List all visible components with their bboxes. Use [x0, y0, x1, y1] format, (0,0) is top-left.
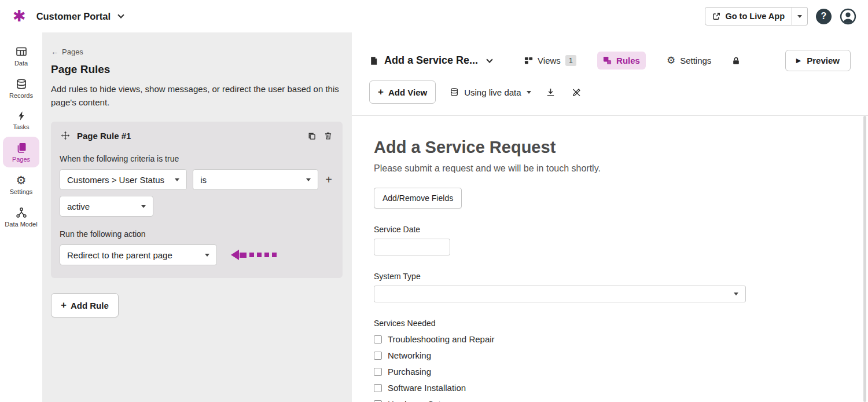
- action-label: Run the following action: [60, 229, 333, 239]
- caret-down-icon: [205, 254, 209, 257]
- back-to-pages-link[interactable]: ← Pages: [51, 47, 343, 56]
- form-view: Add a Service Request Please submit a re…: [352, 116, 868, 402]
- sidebar-item-records[interactable]: Records: [3, 73, 39, 104]
- tab-views[interactable]: Views 1: [518, 51, 582, 70]
- question-icon: ?: [821, 11, 827, 21]
- form-subheading: Please submit a request and we will be i…: [374, 163, 868, 174]
- checkbox-label: Troubleshooting and Repair: [388, 334, 495, 344]
- service-date-input[interactable]: [374, 239, 450, 255]
- plus-icon: +: [61, 299, 67, 311]
- live-data-dropdown[interactable]: Using live data: [450, 87, 531, 97]
- tab-rules[interactable]: Rules: [597, 52, 646, 70]
- criteria-label: When the following criteria is true: [60, 154, 333, 163]
- app-title[interactable]: Customer Portal: [36, 11, 111, 22]
- criteria-value-select[interactable]: active: [60, 196, 153, 217]
- checkbox-hardware-setup[interactable]: [374, 400, 382, 402]
- checkbox-label: Purchasing: [388, 367, 431, 377]
- criteria-field-select[interactable]: Customers > User Status: [60, 169, 187, 190]
- sidebar-item-label: Records: [9, 92, 33, 99]
- tab-settings[interactable]: ⚙ Settings: [661, 52, 717, 70]
- go-to-live-app-button[interactable]: Go to Live App: [705, 7, 792, 25]
- topbar: ✱ Customer Portal Go to Live App ?: [0, 0, 868, 32]
- add-rule-label: Add Rule: [71, 301, 109, 310]
- add-criteria-button[interactable]: +: [324, 174, 333, 185]
- caret-down-icon: [306, 178, 311, 181]
- play-icon: ▶: [796, 57, 801, 64]
- file-icon: [369, 56, 378, 66]
- sidebar-item-tasks[interactable]: Tasks: [3, 105, 39, 135]
- sidebar-item-label: Data Model: [5, 221, 37, 228]
- add-remove-fields-label: Add/Remove Fields: [382, 193, 453, 203]
- checkbox-row: Purchasing: [374, 367, 868, 377]
- checkbox-software-installation[interactable]: [374, 384, 382, 392]
- preview-button[interactable]: ▶ Preview: [785, 50, 851, 71]
- sidebar-item-settings[interactable]: ⚙ Settings: [3, 169, 39, 200]
- sidebar-item-data[interactable]: Data: [3, 41, 39, 71]
- rules-icon: [603, 56, 612, 65]
- add-remove-fields-button[interactable]: Add/Remove Fields: [374, 188, 462, 209]
- lightning-icon: [16, 111, 27, 121]
- gear-icon: ⚙: [667, 56, 675, 65]
- services-needed-label: Services Needed: [374, 319, 868, 328]
- views-count-badge: 1: [565, 55, 576, 66]
- back-link-label: Pages: [62, 47, 83, 56]
- checkbox-row: Networking: [374, 350, 868, 360]
- tab-settings-label: Settings: [680, 56, 711, 65]
- user-avatar[interactable]: [840, 8, 856, 25]
- help-button[interactable]: ?: [816, 9, 832, 24]
- data-model-icon: [16, 207, 27, 218]
- go-live-dropdown-button[interactable]: [792, 7, 808, 25]
- app-title-chevron-down-icon[interactable]: [117, 12, 124, 18]
- pen-strike-icon[interactable]: [570, 86, 583, 99]
- go-to-live-app-label: Go to Live App: [725, 12, 785, 21]
- table-icon: [16, 46, 27, 57]
- sidebar-item-pages[interactable]: Pages: [3, 137, 39, 167]
- add-rule-button[interactable]: + Add Rule: [51, 293, 119, 317]
- sidebar-item-label: Settings: [10, 188, 33, 195]
- preview-label: Preview: [807, 56, 840, 65]
- sidebar-item-label: Pages: [12, 156, 30, 163]
- database-icon: [16, 78, 27, 90]
- page-header: Add a Service Re... Views 1 Ru: [352, 32, 868, 71]
- caret-down-icon: [797, 15, 802, 18]
- tab-views-label: Views: [538, 56, 561, 65]
- page-toolbar: + Add View Using live data: [352, 71, 868, 116]
- action-select[interactable]: Redirect to the parent page: [60, 244, 217, 265]
- sidebar-item-label: Data: [14, 60, 28, 67]
- checkbox-troubleshooting[interactable]: [374, 335, 382, 343]
- service-date-label: Service Date: [374, 225, 868, 234]
- annotation-arrow: [231, 250, 277, 260]
- criteria-field-value: Customers > User Status: [67, 175, 164, 185]
- form-heading: Add a Service Request: [374, 138, 868, 157]
- add-view-label: Add View: [388, 87, 427, 97]
- drag-move-icon[interactable]: [60, 130, 71, 141]
- views-icon: [524, 56, 533, 65]
- sidebar-item-data-model[interactable]: Data Model: [3, 202, 39, 232]
- checkbox-networking[interactable]: [374, 352, 382, 360]
- import-icon[interactable]: [544, 86, 557, 99]
- checkbox-purchasing[interactable]: [374, 368, 382, 376]
- page-panel: Add a Service Re... Views 1 Ru: [352, 32, 868, 402]
- caret-down-icon: [734, 293, 738, 295]
- page-tabs: Views 1 Rules ⚙ Settings: [518, 51, 740, 70]
- page-rules-description: Add rules to hide views, show messages, …: [51, 83, 340, 109]
- page-title-chevron-down-icon[interactable]: [486, 56, 492, 63]
- add-view-button[interactable]: + Add View: [369, 81, 436, 104]
- caret-down-icon: [175, 178, 179, 181]
- copy-rule-button[interactable]: [306, 130, 317, 141]
- live-data-label: Using live data: [464, 87, 521, 97]
- criteria-operator-select[interactable]: is: [193, 169, 318, 190]
- action-value: Redirect to the parent page: [67, 250, 172, 260]
- page-title[interactable]: Add a Service Re...: [384, 54, 478, 67]
- delete-rule-button[interactable]: [323, 130, 333, 141]
- checkbox-label: Software Installation: [388, 383, 466, 393]
- rule-title: Page Rule #1: [77, 131, 131, 141]
- scrollbar[interactable]: [863, 116, 866, 402]
- caret-down-icon: [527, 91, 531, 94]
- caret-down-icon: [141, 205, 146, 208]
- sidebar: Data Records Tasks Pages: [0, 32, 42, 402]
- sidebar-item-label: Tasks: [13, 123, 29, 130]
- go-live-split-button: Go to Live App: [705, 7, 808, 25]
- tab-rules-label: Rules: [616, 56, 640, 65]
- system-type-select[interactable]: [374, 286, 746, 302]
